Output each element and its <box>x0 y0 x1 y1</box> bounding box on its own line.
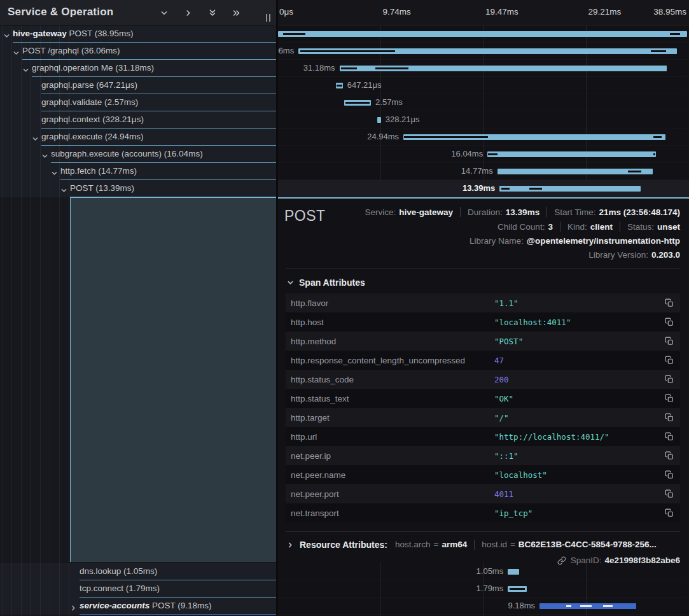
attr-key: net.transport <box>291 508 494 518</box>
copy-button[interactable] <box>664 354 675 366</box>
span-meta-line: Child Count:3Kind:clientStatus:unset <box>498 221 680 232</box>
tree-row[interactable]: graphql.parse (647.21μs) <box>0 77 276 94</box>
copy-icon <box>665 298 674 307</box>
chevron-right-icon[interactable] <box>70 603 77 614</box>
resource-key: host.arch <box>395 540 431 549</box>
span-bar[interactable] <box>278 31 687 37</box>
timeline-row[interactable]: 31.18ms <box>278 60 687 77</box>
chevron-down-icon[interactable] <box>3 31 10 42</box>
divider <box>286 269 680 269</box>
chevron-down-icon[interactable] <box>51 168 58 179</box>
timeline-row[interactable]: 2.57ms <box>278 94 687 111</box>
chevron-down-icon[interactable] <box>22 65 29 76</box>
copy-button[interactable] <box>664 393 675 404</box>
copy-button[interactable] <box>664 469 675 480</box>
attr-row: net.peer.ip"::1" <box>286 446 680 465</box>
tree-row[interactable]: graphql.context (328.21μs) <box>0 111 276 129</box>
timeline-row[interactable]: 38.95ms <box>278 25 687 43</box>
span-bar[interactable] <box>344 100 371 106</box>
attr-row: http.flavor"1.1" <box>286 293 680 312</box>
panel-divider[interactable] <box>276 0 278 616</box>
span-bar[interactable] <box>340 66 667 71</box>
timeline-row[interactable]: 9.18ms <box>278 598 687 615</box>
timeline-row[interactable]: 328.21μs <box>278 111 687 129</box>
expand-all-button[interactable] <box>232 8 242 18</box>
copy-button[interactable] <box>664 431 675 442</box>
link-icon[interactable] <box>557 556 566 565</box>
attr-row: http.response_content_length_uncompresse… <box>286 351 680 370</box>
duration-label: 9.18ms <box>508 601 535 610</box>
chevron-down-icon[interactable] <box>13 48 20 59</box>
expand-one-button[interactable] <box>183 8 193 18</box>
span-meta-line: Library Version:0.203.0 <box>588 250 680 260</box>
timeline-row[interactable]: 16.04ms <box>278 146 687 163</box>
copy-button[interactable] <box>664 507 675 519</box>
meta-label: Status: <box>627 222 654 232</box>
chevron-down-icon[interactable] <box>60 185 67 197</box>
span-bar[interactable] <box>377 117 380 123</box>
copy-icon <box>665 394 674 403</box>
meta-label: Library Name: <box>470 236 524 246</box>
timeline-row[interactable]: 24.94ms <box>278 129 687 146</box>
copy-button[interactable] <box>664 335 675 347</box>
copy-button[interactable] <box>664 412 675 423</box>
duration-label: 2.57ms <box>375 97 403 107</box>
timeline-row[interactable]: 13.39ms <box>278 180 689 197</box>
duration-label: 36.06ms <box>278 46 294 55</box>
tree-row[interactable]: service-accounts POST (9.18ms) <box>0 598 276 615</box>
span-bar[interactable] <box>508 569 518 575</box>
timeline-panel: 0μs9.74ms19.47ms29.21ms38.95ms 38.95ms36… <box>278 0 689 616</box>
tree-row[interactable]: hive-gateway POST (38.95ms) <box>0 25 276 43</box>
tree-row[interactable]: tcp.connect (1.79ms) <box>0 580 276 598</box>
span-bar[interactable] <box>508 586 527 592</box>
span-meta-line: Service:hive-gatewayDuration:13.39msStar… <box>365 207 680 217</box>
chevron-down-icon[interactable] <box>32 134 39 145</box>
span-bar[interactable] <box>487 151 656 157</box>
tree-row[interactable]: dns.lookup (1.05ms) <box>0 563 276 580</box>
column-resize-handle[interactable] <box>266 14 272 22</box>
attr-value: "POST" <box>494 337 664 346</box>
duration-label: 31.18ms <box>303 63 335 73</box>
collapse-all-button[interactable] <box>207 8 218 18</box>
tree-row[interactable]: graphql.execute (24.94ms) <box>0 129 276 146</box>
span-bar[interactable] <box>403 134 665 140</box>
span-attributes-header[interactable]: Span Attributes <box>287 277 680 288</box>
timeline-row[interactable]: 1.79ms <box>278 580 687 598</box>
chevron-down-icon <box>287 279 294 286</box>
span-id-label: SpanID: <box>571 556 602 565</box>
copy-button[interactable] <box>664 297 675 309</box>
span-label: tcp.connect (1.79ms) <box>80 584 160 593</box>
span-bar[interactable] <box>336 83 343 88</box>
child-span-tick <box>283 33 305 35</box>
timeline-row[interactable]: 14.77ms <box>278 163 687 180</box>
child-span-tick <box>628 171 642 172</box>
copy-button[interactable] <box>664 374 675 385</box>
indent-guide-line <box>11 25 12 616</box>
indent-guide-line <box>2 25 3 616</box>
timeline-row[interactable]: 36.06ms <box>278 43 687 60</box>
span-bar[interactable] <box>499 186 641 192</box>
meta-label: Library Version: <box>588 250 648 260</box>
collapse-one-button[interactable] <box>159 8 169 18</box>
span-bar[interactable] <box>298 48 677 54</box>
resource-attributes-row[interactable]: Resource Attributes: host.arch=arm64host… <box>287 540 680 550</box>
tree-row[interactable]: graphql.validate (2.57ms) <box>0 94 276 111</box>
ruler-tick-label: 38.95ms <box>653 7 686 17</box>
span-bar[interactable] <box>539 603 636 609</box>
timeline-row[interactable]: 647.21μs <box>278 77 687 94</box>
tree-row[interactable]: POST /graphql (36.06ms) <box>0 43 276 60</box>
chevron-down-icon[interactable] <box>41 151 48 162</box>
span-label: subgraph.execute (accounts) (16.04ms) <box>51 149 203 158</box>
copy-button[interactable] <box>664 450 675 461</box>
attr-value: 47 <box>494 356 664 365</box>
span-bar[interactable] <box>498 169 653 174</box>
copy-button[interactable] <box>664 488 675 500</box>
tree-row[interactable]: POST (13.39ms) <box>0 180 276 197</box>
tree-row[interactable]: graphql.operation Me (31.18ms) <box>0 60 276 77</box>
chevron-right-icon <box>183 8 193 18</box>
copy-button[interactable] <box>664 316 675 328</box>
tree-row[interactable]: subgraph.execute (accounts) (16.04ms) <box>0 146 276 163</box>
timeline-row[interactable]: 1.05ms <box>278 563 687 580</box>
tree-row[interactable]: http.fetch (14.77ms) <box>0 163 276 180</box>
child-span-tick <box>300 50 395 52</box>
